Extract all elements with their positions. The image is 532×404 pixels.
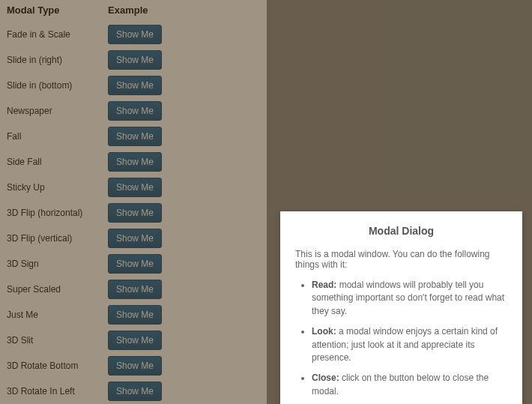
example-cell: Show Me <box>105 73 259 98</box>
modal-type-label: Side Fall <box>4 149 105 175</box>
show-me-button[interactable]: Show Me <box>108 382 162 401</box>
modal-type-label: Slide in (bottom) <box>4 73 105 98</box>
example-cell: Show Me <box>105 124 259 149</box>
modal-type-label: Fall <box>4 124 105 149</box>
example-cell: Show Me <box>105 200 259 226</box>
modal-feature-bold: Close: <box>312 373 339 383</box>
modal-feature-bold: Read: <box>312 280 336 290</box>
show-me-button[interactable]: Show Me <box>108 254 162 274</box>
table-row: Just MeShow Me <box>4 302 259 328</box>
table-row: 3D Rotate In LeftShow Me <box>4 379 259 404</box>
show-me-button[interactable]: Show Me <box>108 229 162 248</box>
modal-type-label: Super Scaled <box>4 277 105 302</box>
table-row: Slide in (right)Show Me <box>4 47 259 73</box>
example-cell: Show Me <box>105 353 259 379</box>
table-row: FallShow Me <box>4 124 259 149</box>
table-row: 3D Rotate BottomShow Me <box>4 353 259 379</box>
table-row: 3D SignShow Me <box>4 251 259 277</box>
modal-intro-text: This is a modal window. You can do the f… <box>295 249 507 270</box>
table-row: 3D Flip (horizontal)Show Me <box>4 200 259 226</box>
modal-type-label: 3D Rotate In Left <box>4 379 105 404</box>
modal-type-label: 3D Rotate Bottom <box>4 353 105 379</box>
modal-type-label: 3D Slit <box>4 328 105 353</box>
table-row: 3D Flip (vertical)Show Me <box>4 226 259 251</box>
example-cell: Show Me <box>105 22 259 47</box>
show-me-button[interactable]: Show Me <box>108 50 162 70</box>
example-cell: Show Me <box>105 149 259 175</box>
example-cell: Show Me <box>105 277 259 302</box>
example-cell: Show Me <box>105 47 259 73</box>
show-me-button[interactable]: Show Me <box>108 25 162 44</box>
table-row: Fade in & ScaleShow Me <box>4 22 259 47</box>
table-header-modal-type: Modal Type <box>4 0 105 22</box>
table-header-example: Example <box>105 0 259 22</box>
modal-type-label: Just Me <box>4 302 105 328</box>
table-row: Slide in (bottom)Show Me <box>4 73 259 98</box>
modal-feature-text: modal windows will probably tell you som… <box>312 280 504 316</box>
modal-title: Modal Dialog <box>295 225 507 237</box>
example-cell: Show Me <box>105 302 259 328</box>
example-cell: Show Me <box>105 98 259 124</box>
show-me-button[interactable]: Show Me <box>108 331 162 350</box>
modal-types-table: Modal Type Example Fade in & ScaleShow M… <box>4 0 259 404</box>
show-me-button[interactable]: Show Me <box>108 203 162 223</box>
modal-feature-item: Close: click on the button below to clos… <box>312 372 507 398</box>
modal-type-label: 3D Flip (vertical) <box>4 226 105 251</box>
show-me-button[interactable]: Show Me <box>108 178 162 197</box>
table-row: 3D SlitShow Me <box>4 328 259 353</box>
modal-feature-text: a modal window enjoys a certain kind of … <box>312 326 498 363</box>
show-me-button[interactable]: Show Me <box>108 280 162 299</box>
modal-dialog: Modal Dialog This is a modal window. You… <box>280 211 522 404</box>
modal-feature-item: Look: a modal window enjoys a certain ki… <box>312 325 507 364</box>
table-row: Super ScaledShow Me <box>4 277 259 302</box>
show-me-button[interactable]: Show Me <box>108 101 162 121</box>
modal-feature-bold: Look: <box>312 326 336 337</box>
show-me-button[interactable]: Show Me <box>108 76 162 95</box>
modal-type-label: 3D Flip (horizontal) <box>4 200 105 226</box>
example-cell: Show Me <box>105 328 259 353</box>
example-cell: Show Me <box>105 379 259 404</box>
modal-feature-list: Read: modal windows will probably tell y… <box>295 279 507 398</box>
show-me-button[interactable]: Show Me <box>108 356 162 376</box>
table-row: NewspaperShow Me <box>4 98 259 124</box>
show-me-button[interactable]: Show Me <box>108 127 162 146</box>
modal-type-label: Fade in & Scale <box>4 22 105 47</box>
modal-type-label: Sticky Up <box>4 175 105 200</box>
example-cell: Show Me <box>105 175 259 200</box>
modal-feature-item: Read: modal windows will probably tell y… <box>312 279 507 318</box>
example-cell: Show Me <box>105 251 259 277</box>
table-row: Sticky UpShow Me <box>4 175 259 200</box>
show-me-button[interactable]: Show Me <box>108 305 162 325</box>
modal-type-label: 3D Sign <box>4 251 105 277</box>
show-me-button[interactable]: Show Me <box>108 152 162 172</box>
modal-type-label: Slide in (right) <box>4 47 105 73</box>
example-cell: Show Me <box>105 226 259 251</box>
modal-type-label: Newspaper <box>4 98 105 124</box>
table-row: Side FallShow Me <box>4 149 259 175</box>
